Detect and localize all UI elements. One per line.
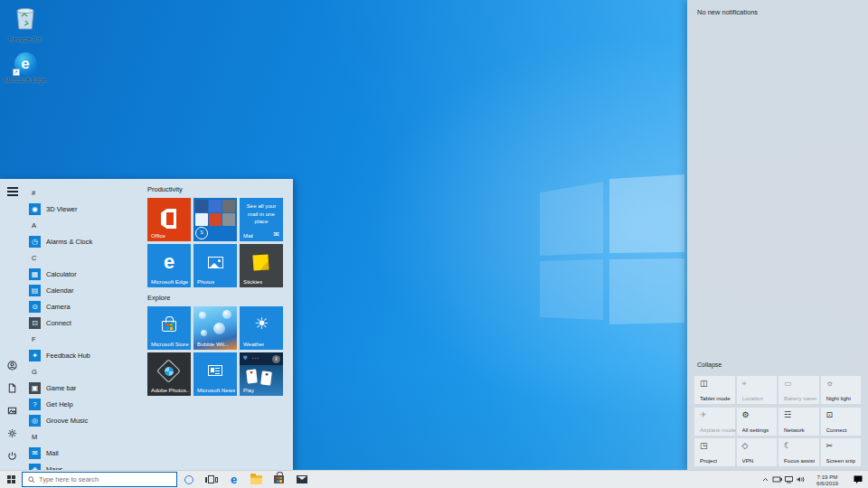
collapse-link[interactable]: Collapse	[697, 361, 722, 368]
mail-icon	[297, 475, 307, 483]
app-section-letter[interactable]: M	[24, 428, 145, 445]
alarms-clock-icon: ◷	[29, 236, 41, 248]
tile-grid-explore: Microsoft Store Bubble Wit... ☀Weather A…	[147, 306, 293, 396]
powerpoint-icon	[209, 213, 222, 226]
sun-icon: ☀	[240, 314, 283, 333]
quick-action-connect[interactable]: ⊡Connect	[821, 408, 862, 436]
user-icon	[7, 361, 17, 371]
app-item-game-bar[interactable]: ▣Game bar	[24, 380, 145, 396]
app-item-mail[interactable]: ✉Mail	[24, 445, 145, 461]
start-button[interactable]	[0, 471, 22, 488]
quick-action-all-settings[interactable]: ⚙All settings	[737, 408, 778, 436]
onenote-icon	[222, 200, 235, 212]
app-item-3d-viewer[interactable]: ◉3D Viewer	[24, 201, 145, 217]
quick-action-battery-saver[interactable]: ▭Battery saver	[778, 376, 819, 404]
task-view-button[interactable]	[200, 471, 222, 488]
tile-group-title[interactable]: Productivity	[147, 184, 293, 198]
feedback-hub-icon: ✦	[29, 350, 41, 361]
tile-office[interactable]: Office	[147, 198, 191, 241]
shield-icon: ⛊	[243, 355, 248, 361]
quick-action-focus-assist[interactable]: ☾Focus assist	[778, 438, 819, 466]
app-item-groove-music[interactable]: ◎Groove Music	[24, 412, 145, 428]
app-section-letter[interactable]: G	[24, 363, 145, 380]
pictures-button[interactable]	[5, 404, 19, 418]
app-section-letter[interactable]: A	[24, 217, 145, 233]
action-center-panel: No new notifications Collapse ◫Tablet mo…	[687, 0, 868, 470]
tile-weather[interactable]: ☀Weather	[240, 306, 283, 350]
bubble-icon	[199, 312, 206, 319]
taskbar-edge-button[interactable]: e	[222, 471, 245, 488]
store-bag-icon	[274, 475, 284, 483]
edge-icon: e	[231, 471, 237, 488]
settings-button[interactable]	[5, 427, 19, 440]
tile-photos[interactable]: Photos	[193, 244, 237, 287]
user-account-button[interactable]	[5, 359, 19, 372]
quick-action-tablet-mode[interactable]: ◫Tablet mode	[694, 376, 735, 404]
app-item-get-help[interactable]: ?Get Help	[24, 396, 145, 412]
task-view-icon	[205, 475, 218, 483]
tile-microsoft-edge[interactable]: eMicrosoft Edge	[147, 244, 191, 287]
notifications-status: No new notifications	[697, 8, 758, 16]
tray-battery-button[interactable]	[771, 471, 783, 488]
app-section-letter[interactable]: F	[24, 331, 145, 347]
desktop-icon-recycle-bin[interactable]: Recycle Bin	[0, 5, 51, 43]
tablet-mode-icon: ◫	[700, 379, 708, 388]
app-item-maps[interactable]: ◈Maps	[24, 461, 145, 470]
desktop-icon-microsoft-edge[interactable]: e↗ Microsoft Edge	[0, 52, 51, 84]
start-menu-app-list: # ◉3D Viewer A ◷Alarms & Clock C ▦Calcul…	[24, 179, 145, 470]
quick-action-location[interactable]: ⌖Location	[737, 376, 778, 404]
tile-bubble-witch[interactable]: Bubble Wit...	[193, 306, 237, 350]
app-item-connect[interactable]: ⊡Connect	[24, 314, 145, 331]
quick-action-vpn[interactable]: ◇VPN	[737, 438, 778, 466]
gear-icon: ⚙	[742, 410, 750, 419]
app-section-letter[interactable]: C	[24, 249, 145, 266]
photos-icon	[208, 257, 223, 268]
app-item-feedback-hub[interactable]: ✦Feedback Hub	[24, 347, 145, 363]
tile-stickies[interactable]: Stickies	[240, 244, 283, 287]
quick-action-network[interactable]: ☲Network	[778, 408, 819, 436]
folder-icon	[250, 475, 262, 484]
app-item-alarms-clock[interactable]: ◷Alarms & Clock	[24, 233, 145, 249]
desktop-icon-label: Recycle Bin	[0, 36, 51, 43]
cortana-button[interactable]	[177, 471, 200, 488]
edge-icon: e	[147, 251, 191, 273]
quick-action-airplane-mode[interactable]: ✈Airplane mode	[694, 408, 735, 436]
microsoft-store-button[interactable]	[268, 471, 290, 488]
tile-mail[interactable]: See all your mail in one placeMail✉	[240, 198, 283, 241]
quick-action-project[interactable]: ◳Project	[694, 438, 735, 466]
get-help-icon: ?	[29, 399, 41, 410]
action-center-button[interactable]	[848, 471, 868, 488]
tray-overflow-button[interactable]	[760, 471, 771, 488]
adobe-pinwheel-icon	[165, 367, 174, 376]
tile-group-title[interactable]: Explore	[147, 293, 293, 306]
cortana-icon	[184, 475, 193, 484]
tray-network-button[interactable]	[783, 471, 795, 488]
tile-play[interactable]: ⛊ ▪▪▪ ‖ ♥ ♠ Play	[240, 352, 283, 396]
mail-button[interactable]	[290, 471, 313, 488]
tile-microsoft-store[interactable]: Microsoft Store	[147, 306, 191, 350]
quick-actions-grid: ◫Tablet mode ⌖Location ▭Battery saver ☼N…	[694, 376, 861, 466]
speaker-icon	[796, 475, 806, 483]
app-item-camera[interactable]: ⊙Camera	[24, 298, 145, 314]
hamburger-icon[interactable]	[7, 187, 18, 189]
tile-grid-productivity: Office S See all your mail in one placeM…	[147, 198, 293, 287]
onedrive-icon	[195, 213, 208, 226]
search-input[interactable]	[39, 475, 156, 483]
tile-microsoft-news[interactable]: Microsoft News	[193, 352, 237, 396]
system-tray: 7:19 PM 6/6/2019	[760, 471, 868, 488]
app-item-calculator[interactable]: ▦Calculator	[24, 266, 145, 282]
documents-button[interactable]	[5, 381, 19, 395]
tile-office-apps[interactable]: S	[193, 198, 237, 241]
tile-adobe-photoshop-express[interactable]: Adobe Photos...	[147, 352, 191, 396]
power-button[interactable]	[5, 449, 19, 463]
app-section-letter[interactable]: #	[24, 184, 145, 201]
file-explorer-button[interactable]	[245, 471, 268, 488]
taskbar-search-box[interactable]	[22, 472, 177, 487]
app-item-calendar[interactable]: ▤Calendar	[24, 282, 145, 298]
tray-volume-button[interactable]	[795, 471, 807, 488]
bubble-icon	[213, 323, 225, 334]
quick-action-screen-snip[interactable]: ✂Screen snip	[821, 438, 862, 466]
screen-snip-icon: ✂	[826, 441, 834, 450]
taskbar-clock[interactable]: 7:19 PM 6/6/2019	[809, 474, 845, 486]
quick-action-night-light[interactable]: ☼Night light	[821, 376, 862, 404]
